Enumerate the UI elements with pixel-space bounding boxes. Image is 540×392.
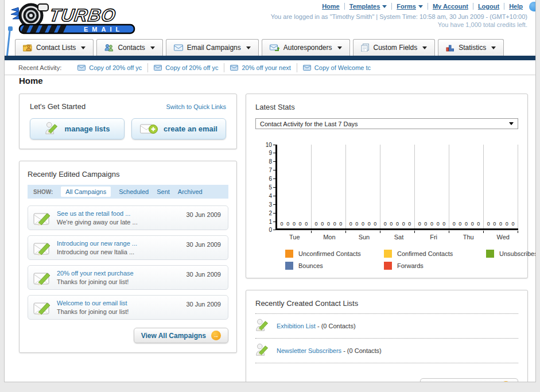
recent-activity-item[interactable]: Copy of Welcome tc [297,63,376,72]
top-nav-my-account[interactable]: My Account [428,3,473,10]
contact-list-row[interactable]: Newsletter Subscribers - (0 Contacts) [255,339,518,363]
top-nav-logout-label: Logout [478,3,499,10]
envelope-icon [154,65,162,71]
campaign-date: 30 Jun 2009 [186,211,221,218]
recent-activity-label: Recent Activity: [18,64,61,71]
campaign-date: 30 Jun 2009 [186,271,221,278]
legend-swatch [384,262,392,270]
tab-custom-fields[interactable]: Custom Fields [353,39,436,56]
flame-icon [11,7,20,19]
credits-info: You have 1,000 total credits left. [271,21,527,28]
arrow-right-icon: → [501,381,511,382]
top-nav-templates[interactable]: Templates [344,3,392,10]
envelope-icon [77,65,86,71]
campaigns-panel: Recently Edited Campaigns SHOW: All Camp… [19,161,237,353]
top-nav-logout[interactable]: Logout [473,3,504,10]
chart-day-band: 00000 [380,145,415,228]
switch-quick-links[interactable]: Switch to Quick Links [166,103,226,110]
envelope-icon [230,65,238,71]
contact-lists-title: Recently Created Contact Lists [255,299,358,308]
view-all-campaigns-button[interactable]: View All Campaigns → [134,328,228,343]
chart-day-band: 00000 [415,145,449,228]
legend-item: Unsubscribes [486,250,536,258]
campaigns-title: Recently Edited Campaigns [28,170,119,178]
tab-contact-lists-label: Contact Lists [36,44,76,52]
contact-lists-icon [23,44,32,52]
latest-stats-panel: Latest Stats Contact Activity for the La… [246,94,528,278]
data-point-labels: 00000 [346,221,380,227]
tab-email-campaigns[interactable]: Email Campaigns [166,39,259,56]
recent-activity-item-label: 20% off your next [242,64,290,71]
person-pencil-icon [255,318,270,333]
filter-scheduled[interactable]: Scheduled [119,188,149,195]
tab-statistics[interactable]: Statistics [438,39,504,56]
navy-divider-bar [5,56,535,60]
envelope-pencil-icon [33,210,51,226]
recent-activity-item-label: Copy of 20% off yc [165,64,218,71]
top-nav-help[interactable]: Help [504,3,527,10]
recent-activity-item[interactable]: Copy of 20% off yc [72,63,148,72]
chevron-down-icon [491,46,496,49]
chevron-down-icon [509,122,514,125]
campaign-row[interactable]: Welcome to our email list Thanks for joi… [28,295,228,320]
view-all-campaigns-label: View All Campaigns [141,332,206,340]
see-all-contact-lists-button[interactable]: See All Contact Lists → [420,378,518,382]
contact-list-link[interactable]: Newsletter Subscribers [277,347,341,354]
create-email-button[interactable]: create an email [131,118,226,139]
legend-label: Confirmed Contacts [397,250,453,257]
top-nav-templates-label: Templates [349,3,380,10]
campaign-list: See us at the retail food ... We're givi… [28,205,228,320]
tab-custom-fields-label: Custom Fields [374,44,418,52]
campaigns-filter-bar: SHOW: All Campaigns Scheduled Sent Archi… [28,185,228,199]
chart-legend: Unconfirmed ContactsConfirmed ContactsUn… [285,250,518,270]
tab-contacts[interactable]: Contacts [96,39,162,56]
x-axis-label: Wed [485,230,520,240]
recent-activity-bar: Recent Activity: Copy of 20% off yc Copy… [5,60,535,75]
envelope-pencil-icon [33,240,51,256]
top-nav-help-label: Help [509,3,523,10]
filter-sent[interactable]: Sent [157,188,170,195]
recent-activity-item-label: Copy of Welcome tc [314,64,371,71]
recent-activity-item[interactable]: Copy of 20% off yc [148,63,224,72]
help-bubble-icon[interactable] [529,2,536,11]
contacts-icon [104,44,114,52]
manage-lists-button[interactable]: manage lists [30,118,125,139]
top-nav-home[interactable]: Home [317,3,344,10]
page: TURBO EMAIL Home Templates [4,0,536,382]
chevron-down-icon [246,46,251,49]
person-pencil-icon [255,343,270,358]
recent-activity-item[interactable]: 20% off your next [224,63,297,72]
legend-label: Forwards [397,262,424,269]
chevron-down-icon [382,5,387,8]
campaign-row[interactable]: See us at the retail food ... We're givi… [28,205,228,230]
contact-list-detail: - (0 Contacts) [316,323,356,329]
x-axis-label: Mon [312,230,347,240]
turbo-email-logo: TURBO EMAIL [10,2,139,38]
contact-list-row[interactable]: Exhibition List - (0 Contacts) [255,314,518,339]
campaign-subtitle: We're giving away our late ... [57,219,222,226]
contact-list-detail: - (0 Contacts) [341,347,382,354]
contact-list-link[interactable]: Exhibition List [277,323,316,329]
tab-contact-lists[interactable]: Contact Lists [15,39,94,56]
chart-day-band: 00000 [449,145,484,228]
tab-email-campaigns-label: Email Campaigns [187,44,241,52]
campaign-date: 30 Jun 2009 [186,301,221,308]
custom-fields-icon [361,44,370,52]
campaign-row[interactable]: 20% off your next purchase Thanks for jo… [28,265,228,290]
filter-archived[interactable]: Archived [178,188,203,195]
get-started-panel: Let's Get Started Switch to Quick Links … [19,94,237,149]
legend-item: Confirmed Contacts [384,250,486,258]
contact-activity-chart: 109876543210 000000000000000000000000000… [260,145,518,270]
tab-contacts-label: Contacts [118,44,145,52]
tab-autoresponders[interactable]: Autoresponders [262,39,350,56]
legend-item: Bounces [285,262,384,270]
filter-all-campaigns[interactable]: All Campaigns [61,187,111,197]
stats-report-dropdown[interactable]: Contact Activity for the Last 7 Days [255,118,518,129]
right-column: Latest Stats Contact Activity for the La… [246,94,528,382]
x-axis-label: Sun [347,230,382,240]
chevron-down-icon [150,46,155,49]
campaign-row[interactable]: Introducing our new range ... Introducin… [28,235,228,260]
header-right: Home Templates Forms My Account Logout H… [271,3,527,28]
legend-swatch [285,250,293,258]
top-nav-forms[interactable]: Forms [391,3,428,10]
